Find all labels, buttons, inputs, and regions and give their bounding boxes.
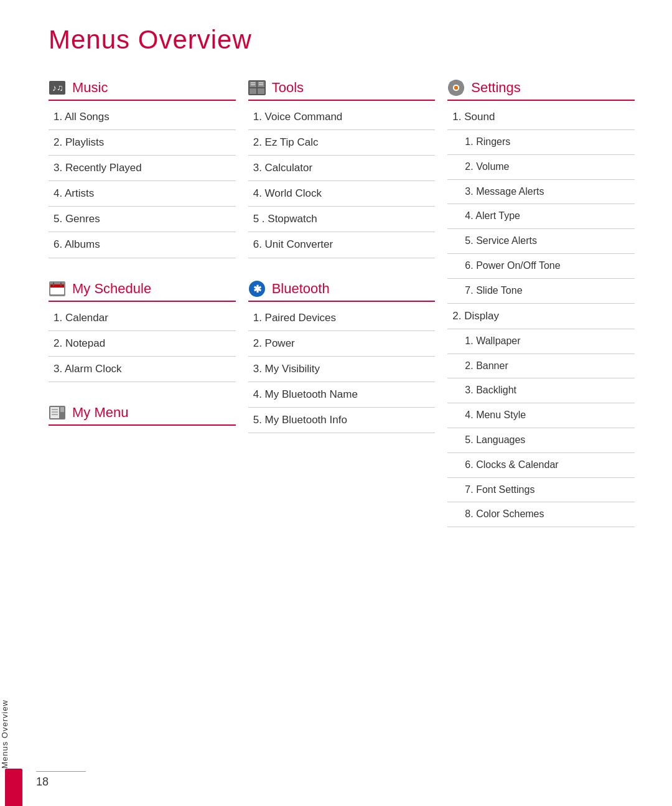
section-tools: Tools 1. Voice Command 2. Ez Tip Calc 3.… [248,80,436,258]
svg-rect-28 [448,87,451,89]
list-item: 1. Sound [447,105,635,130]
side-tab-label: Menus Overview [0,693,9,769]
list-item: 3. Backlight [447,378,635,403]
section-header-my-menu: My Menu [49,405,236,426]
column-1: ♪♫ Music 1. All Songs 2. Playlists 3. Re… [49,80,248,550]
list-item: 4. My Bluetooth Name [248,382,436,408]
section-my-menu: My Menu [49,405,236,426]
section-header-bluetooth: ✱ Bluetooth [248,281,436,302]
side-tab: Menus Overview [0,0,30,806]
my-schedule-list: 1. Calendar 2. Notepad 3. Alarm Clock [49,306,236,382]
section-title-music: Music [72,80,108,96]
list-item: 2. Power [248,331,436,357]
list-item: 3. Calculator [248,156,436,181]
settings-list: 1. Sound 1. Ringers 2. Volume 3. Message… [447,105,635,527]
list-item: 5. My Bluetooth Info [248,408,436,433]
column-2: Tools 1. Voice Command 2. Ez Tip Calc 3.… [248,80,448,550]
page-title: Menus Overview [49,25,647,55]
section-music: ♪♫ Music 1. All Songs 2. Playlists 3. Re… [49,80,236,258]
section-title-my-menu: My Menu [72,405,128,421]
list-item: 4. World Clock [248,181,436,207]
columns-container: ♪♫ Music 1. All Songs 2. Playlists 3. Re… [49,80,647,550]
list-item: 1. Ringers [447,130,635,155]
section-title-bluetooth: Bluetooth [272,281,330,297]
side-tab-bar [5,769,22,806]
svg-rect-4 [50,284,64,288]
svg-point-36 [454,86,458,90]
section-header-music: ♪♫ Music [49,80,236,101]
section-header-settings: Settings [447,80,635,101]
list-item: 3. My Visibility [248,357,436,382]
list-item: 2. Ez Tip Calc [248,130,436,156]
list-item: 1. All Songs [49,105,236,130]
list-item: 6. Clocks & Calendar [447,453,635,478]
music-icon: ♪♫ [49,80,66,95]
schedule-icon [49,281,66,296]
list-item: 6. Power On/Off Tone [447,254,635,279]
list-item: 2. Notepad [49,331,236,357]
bluetooth-list: 1. Paired Devices 2. Power 3. My Visibil… [248,306,436,433]
tools-icon [248,80,266,95]
section-title-tools: Tools [272,80,304,96]
list-item: 1. Calendar [49,306,236,331]
svg-rect-26 [455,80,457,83]
list-item: 2. Banner [447,354,635,379]
list-item: 4. Alert Type [447,204,635,229]
list-item: 1. Voice Command [248,105,436,130]
svg-rect-29 [461,87,464,89]
svg-text:♪♫: ♪♫ [52,83,63,93]
list-item: 1. Paired Devices [248,306,436,331]
main-content: Menus Overview ♪♫ Music [30,0,672,806]
list-item: 7. Slide Tone [447,279,635,304]
section-settings: Settings 1. Sound 1. Ringers 2. Volume 3… [447,80,635,527]
list-item: 5. Languages [447,428,635,453]
list-item: 6. Unit Converter [248,232,436,258]
music-list: 1. All Songs 2. Playlists 3. Recently Pl… [49,105,236,258]
list-item: 3. Recently Played [49,156,236,181]
list-item: 5 . Stopwatch [248,207,436,232]
list-item: 2. Volume [447,155,635,180]
svg-rect-17 [258,88,264,94]
svg-rect-8 [50,407,59,418]
list-item: 2. Display [447,304,635,329]
list-item: 8. Color Schemes [447,502,635,527]
settings-icon [447,80,465,95]
svg-rect-27 [455,93,457,96]
list-item: 6. Albums [49,232,236,258]
list-item: 4. Menu Style [447,403,635,428]
list-item: 3. Alarm Clock [49,357,236,382]
svg-rect-9 [60,407,64,412]
section-bluetooth: ✱ Bluetooth 1. Paired Devices 2. Power 3… [248,281,436,433]
list-item: 5. Service Alerts [447,229,635,254]
section-header-my-schedule: My Schedule [49,281,236,302]
page-number: 18 [36,776,49,789]
section-header-tools: Tools [248,80,436,101]
bluetooth-icon: ✱ [248,281,266,296]
list-item: 5. Genres [49,207,236,232]
my-menu-icon [49,405,66,420]
page-container: Menus Overview Menus Overview ♪♫ [0,0,672,806]
section-title-settings: Settings [471,80,521,96]
column-3: Settings 1. Sound 1. Ringers 2. Volume 3… [447,80,647,550]
list-item: 1. Wallpaper [447,329,635,354]
svg-text:✱: ✱ [253,284,262,294]
list-item: 3. Message Alerts [447,180,635,205]
page-footer-line [36,771,86,772]
section-my-schedule: My Schedule 1. Calendar 2. Notepad 3. Al… [49,281,236,382]
list-item: 7. Font Settings [447,478,635,503]
tools-list: 1. Voice Command 2. Ez Tip Calc 3. Calcu… [248,105,436,258]
svg-rect-16 [250,88,256,94]
list-item: 4. Artists [49,181,236,207]
list-item: 2. Playlists [49,130,236,156]
section-title-my-schedule: My Schedule [72,281,151,297]
